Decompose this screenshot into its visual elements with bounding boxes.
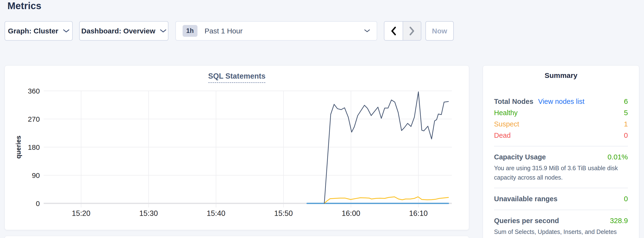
x-tick-label: 15:20 <box>72 209 90 217</box>
x-tick-label: 16:10 <box>409 209 428 217</box>
capacity-usage-value: 0.01% <box>608 153 628 161</box>
chevron-down-icon <box>63 29 69 33</box>
time-range-select[interactable]: 1h Past 1 Hour <box>176 21 377 41</box>
queries-per-second-value: 328.9 <box>610 217 628 225</box>
x-tick-label: 15:50 <box>274 209 293 217</box>
sql-statements-chart[interactable]: 15:2015:3015:4015:5016:0016:100901802703… <box>5 66 469 230</box>
time-range-label: Past 1 Hour <box>205 27 242 35</box>
time-back-button[interactable] <box>384 22 402 40</box>
healthy-value: 5 <box>624 109 628 117</box>
capacity-usage-row: Capacity Usage 0.01% <box>494 152 628 162</box>
summary-title: Summary <box>494 71 628 80</box>
queries-per-second-row: Queries per second 328.9 <box>494 215 628 226</box>
dead-nodes-row: Dead 0 <box>494 130 628 141</box>
total-nodes-value: 6 <box>624 97 628 105</box>
dead-label: Dead <box>494 132 510 140</box>
chevron-right-icon <box>409 27 414 35</box>
summary-divider <box>494 188 628 188</box>
time-step-group <box>384 21 421 41</box>
capacity-usage-label: Capacity Usage <box>494 153 546 161</box>
summary-divider <box>494 210 628 210</box>
toolbar: Graph: Cluster Dashboard: Overview 1h Pa… <box>4 21 454 41</box>
chevron-down-icon <box>364 29 370 33</box>
x-tick-label: 15:40 <box>207 209 226 217</box>
unavailable-ranges-label: Unavailable ranges <box>494 195 558 203</box>
y-tick-label: 0 <box>36 199 40 207</box>
suspect-nodes-row: Suspect 1 <box>494 119 628 129</box>
total-nodes-row: Total Nodes View nodes list 6 <box>494 96 628 107</box>
suspect-label: Suspect <box>494 120 519 128</box>
page-title: Metrics <box>8 1 41 11</box>
metrics-page: Metrics Graph: Cluster Dashboard: Overvi… <box>0 0 644 238</box>
chevron-left-icon <box>391 27 396 35</box>
chart-title[interactable]: SQL Statements <box>208 72 266 83</box>
chart-line-navy <box>324 92 448 203</box>
y-axis-label: queries <box>15 136 22 159</box>
time-range-badge: 1h <box>182 25 198 37</box>
graph-select-label: Graph: Cluster <box>8 27 58 35</box>
view-nodes-list-link[interactable]: View nodes list <box>538 98 584 105</box>
dead-value: 0 <box>624 131 628 140</box>
next-chart-card-partial <box>4 236 469 238</box>
y-tick-label: 270 <box>28 115 40 123</box>
dashboard-select-label: Dashboard: Overview <box>81 27 155 35</box>
chart-title-row: SQL Statements <box>5 72 469 83</box>
total-nodes-label: Total Nodes <box>494 98 534 105</box>
unavailable-ranges-value: 0 <box>624 195 628 203</box>
suspect-value: 1 <box>624 120 628 128</box>
queries-per-second-label: Queries per second <box>494 217 559 225</box>
unavailable-ranges-row: Unavailable ranges 0 <box>494 193 628 204</box>
capacity-usage-caption: You are using 315.9 MiB of 3.6 TiB usabl… <box>494 164 628 182</box>
chart-line-yellow <box>324 197 448 203</box>
queries-per-second-caption: Sum of Selects, Updates, Inserts, and De… <box>494 227 628 238</box>
summary-divider <box>494 146 628 146</box>
now-button[interactable]: Now <box>426 21 454 41</box>
healthy-nodes-row: Healthy 5 <box>494 107 628 118</box>
dashboard-select[interactable]: Dashboard: Overview <box>79 21 168 41</box>
summary-panel: Summary Total Nodes View nodes list 6 He… <box>483 65 639 238</box>
healthy-label: Healthy <box>494 109 518 117</box>
sql-statements-card: 15:2015:3015:4015:5016:0016:100901802703… <box>4 65 469 230</box>
y-tick-label: 180 <box>28 143 40 151</box>
y-tick-label: 90 <box>32 171 40 179</box>
graph-select[interactable]: Graph: Cluster <box>4 21 73 41</box>
y-tick-label: 360 <box>28 87 40 95</box>
x-tick-label: 15:30 <box>139 209 158 217</box>
chevron-down-icon <box>160 29 166 33</box>
x-tick-label: 16:00 <box>342 209 360 217</box>
time-forward-button[interactable] <box>402 22 421 40</box>
